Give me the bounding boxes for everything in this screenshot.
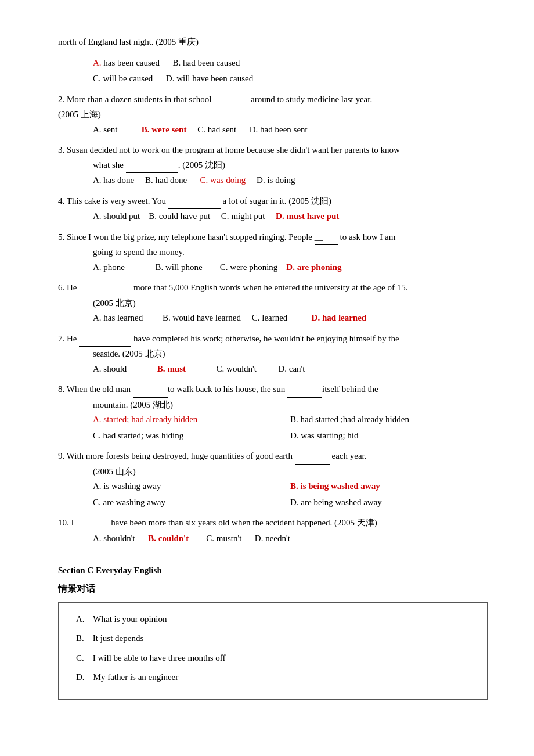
q9-source: (2005 山东) <box>93 465 488 480</box>
q7-text2: seaside. (2005 北京) <box>93 347 488 362</box>
q3-b-label: B. <box>145 175 153 185</box>
q4-a-text: should put <box>103 211 140 221</box>
q10-c-label: C. <box>206 534 214 543</box>
q6-c-label: C. <box>252 313 260 322</box>
box-d-label: D. My father is an engineer <box>76 672 178 682</box>
q2-answers: A. sent B. were sent C. had sent D. had … <box>93 123 488 138</box>
q9-block: 9. With more forests being destroyed, hu… <box>58 449 488 510</box>
q8-d-text: was starting; hid <box>301 431 358 440</box>
q6-block: 6. He more that 5,000 English words when… <box>58 280 488 326</box>
q10-d-text: needn't <box>265 534 290 543</box>
q8-b-label: B. <box>290 415 298 424</box>
q6-text: 6. He more that 5,000 English words when… <box>58 280 488 296</box>
q1-b-label: B. <box>172 58 181 67</box>
q1-a-label: A. <box>93 58 102 67</box>
q2-c-label: C. <box>197 125 205 134</box>
q2-text: 2. More than a dozen students in that sc… <box>58 92 488 108</box>
q8-answers2: C. had started; was hiding D. was starti… <box>93 429 488 444</box>
q3-answers: A. has done B. had done C. was doing D. … <box>93 173 488 188</box>
q6-answers: A. has learned B. would have learned C. … <box>93 311 488 326</box>
q7-b-text: must <box>167 364 186 373</box>
q8-text2: mountain. (2005 湖北) <box>93 398 488 413</box>
q1-row1: A. has been caused B. had been caused <box>93 56 488 71</box>
q5-block: 5. Since I won the big prize, my telepho… <box>58 230 488 275</box>
q2-block: 2. More than a dozen students in that sc… <box>58 92 488 138</box>
q7-answers: A. should B. must C. wouldn't D. can't <box>93 362 488 377</box>
q7-a-text: should <box>103 364 127 373</box>
q7-c-text: wouldn't <box>226 364 257 373</box>
q9-answers: A. is washing away B. is being washed aw… <box>93 479 488 494</box>
q6-a-label: A. <box>93 313 102 322</box>
q1-row2: C. will be caused D. will have been caus… <box>93 71 488 87</box>
box-a-label: A. What is your opinion <box>76 614 167 624</box>
chinese-title: 情景对话 <box>58 581 488 596</box>
q9-col1: A. is washing away <box>93 479 290 494</box>
q7-d-label: D. <box>278 364 287 373</box>
q6-a-text: has learned <box>103 313 143 322</box>
q2-d-text: had been sent <box>260 125 308 134</box>
q10-d-label: D. <box>255 534 264 543</box>
q8-col4: D. was starting; hid <box>290 429 488 444</box>
q8-col2: B. had started ;had already hidden <box>290 412 488 427</box>
q3-b-text: had done <box>156 175 187 185</box>
q4-b-label: B. <box>149 211 157 221</box>
q1-c-text: will be caused <box>103 74 153 83</box>
q4-d-text: must have put <box>286 211 339 221</box>
q5-a-text: phone <box>103 262 125 272</box>
q10-text: 10. I have been more than six years old … <box>58 516 488 531</box>
q4-text: 4. This cake is very sweet. You a lot of… <box>58 194 488 210</box>
q1-b-text: had been caused <box>183 58 240 67</box>
q4-answers: A. should put B. could have put C. might… <box>93 209 488 224</box>
q4-block: 4. This cake is very sweet. You a lot of… <box>58 194 488 224</box>
box-item-a: A. What is your opinion <box>76 612 470 627</box>
q6-source: (2005 北京) <box>93 296 488 311</box>
q8-col3: C. had started; was hiding <box>93 429 290 444</box>
q2-b-label: B. <box>142 125 150 134</box>
q9-c-label: C. <box>93 498 101 507</box>
q5-text: 5. Since I won the big prize, my telepho… <box>58 230 488 246</box>
intro-line: north of England last night. (2005 重庆) <box>58 35 488 50</box>
q1-a-text: has been caused <box>103 58 160 67</box>
section-c-title: Section C Everyday English <box>58 563 488 578</box>
q10-answers: A. shouldn't B. couldn't C. mustn't D. n… <box>93 531 488 546</box>
box-item-b: B. It just depends <box>76 631 470 646</box>
q9-answers2: C. are washing away D. are being washed … <box>93 495 488 510</box>
q9-d-label: D. <box>290 498 299 507</box>
q6-b-text: would have learned <box>173 313 241 322</box>
q8-a-text: started; had already hidden <box>103 415 197 424</box>
q3-text: 3. Susan decided not to work on the prog… <box>58 143 488 158</box>
q8-block: 8. When the old man to walk back to his … <box>58 382 488 443</box>
q2-source: (2005 上海) <box>58 107 488 123</box>
q2-a-label: A. <box>93 125 102 134</box>
section-c-container: Section C Everyday English 情景对话 A. What … <box>58 563 488 700</box>
q9-col4: D. are being washed away <box>290 495 488 510</box>
q5-b-text: will phone <box>165 262 203 272</box>
box-item-d: D. My father is an engineer <box>76 670 470 685</box>
q6-b-label: B. <box>163 313 171 322</box>
q3-c-label: C. <box>200 175 208 185</box>
q2-a-text: sent <box>103 125 117 134</box>
q9-a-text: is washing away <box>103 481 161 491</box>
q3-a-label: A. <box>93 175 102 185</box>
q10-a-label: A. <box>93 534 102 543</box>
q1-block: A. has been caused B. had been caused C.… <box>58 56 488 87</box>
box-c-label: C. I will be able to have three months o… <box>76 653 226 663</box>
q9-b-label: B. <box>290 481 298 491</box>
q8-col1: A. started; had already hidden <box>93 412 290 427</box>
q10-c-text: mustn't <box>217 534 242 543</box>
q5-c-text: were phoning <box>230 262 277 272</box>
q10-block: 10. I have been more than six years old … <box>58 516 488 546</box>
q10-a-text: shouldn't <box>103 534 135 543</box>
q2-b-text: were sent <box>151 125 186 134</box>
box-item-c: C. I will be able to have three months o… <box>76 651 470 666</box>
q8-a-label: A. <box>93 415 102 424</box>
q9-d-text: are being washed away <box>301 498 382 507</box>
q1-c-label: C. <box>93 74 101 83</box>
q8-c-text: had started; was hiding <box>103 431 184 440</box>
q1-d-label: D. <box>166 74 175 83</box>
q8-c-label: C. <box>93 431 101 440</box>
q4-c-text: might put <box>231 211 265 221</box>
q3-a-text: has done <box>103 175 134 185</box>
q10-b-text: couldn't <box>158 534 189 543</box>
q10-b-label: B. <box>148 534 156 543</box>
